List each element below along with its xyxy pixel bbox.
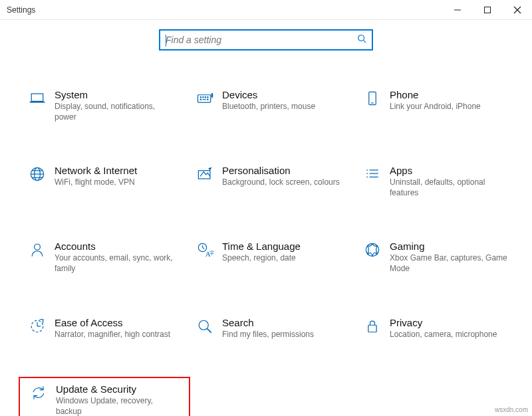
tile-apps[interactable]: AppsUninstall, defaults, optional featur… bbox=[354, 159, 521, 203]
tile-search[interactable]: SearchFind my files, permissions bbox=[186, 312, 354, 346]
minimize-button[interactable] bbox=[442, 0, 472, 20]
tile-desc: Location, camera, microphone bbox=[390, 330, 509, 340]
tile-gaming[interactable]: GamingXbox Game Bar, captures, Game Mode bbox=[354, 235, 521, 279]
tile-desc: Speech, region, date bbox=[222, 253, 342, 264]
svg-rect-16 bbox=[211, 93, 213, 97]
svg-point-11 bbox=[205, 97, 205, 98]
ease-of-access-icon bbox=[28, 317, 47, 340]
tile-title: Accounts bbox=[55, 241, 180, 252]
svg-point-9 bbox=[200, 97, 201, 98]
svg-rect-17 bbox=[212, 97, 213, 98]
window-controls bbox=[442, 0, 532, 20]
keyboard-icon bbox=[196, 89, 214, 122]
tile-system[interactable]: SystemDisplay, sound, notifications, pow… bbox=[19, 84, 186, 128]
tile-title: Update & Security bbox=[56, 383, 182, 395]
svg-point-4 bbox=[358, 35, 364, 41]
tile-title: Time & Language bbox=[222, 241, 347, 252]
tile-title: Devices bbox=[222, 89, 347, 100]
time-language-icon: A字 bbox=[196, 241, 214, 274]
svg-point-42 bbox=[199, 320, 208, 330]
person-icon bbox=[28, 241, 47, 274]
maximize-button[interactable] bbox=[472, 0, 502, 20]
tile-devices[interactable]: DevicesBluetooth, printers, mouse bbox=[186, 84, 354, 128]
svg-text:字: 字 bbox=[209, 251, 214, 255]
tile-network[interactable]: Network & InternetWiFi, flight mode, VPN bbox=[19, 159, 186, 203]
tile-desc: Background, lock screen, colours bbox=[222, 177, 342, 188]
close-icon bbox=[513, 6, 521, 14]
svg-rect-6 bbox=[31, 94, 43, 101]
lock-icon bbox=[363, 317, 382, 340]
search-input[interactable] bbox=[166, 35, 357, 45]
tile-privacy[interactable]: PrivacyLocation, camera, microphone bbox=[354, 312, 521, 346]
tile-update-security[interactable]: Update & SecurityWindows Update, recover… bbox=[19, 377, 190, 416]
maximize-icon bbox=[484, 7, 491, 13]
svg-point-13 bbox=[200, 99, 201, 100]
window-title: Settings bbox=[0, 5, 35, 15]
svg-line-5 bbox=[364, 41, 366, 43]
tile-desc: Narrator, magnifier, high contrast bbox=[55, 330, 174, 340]
tile-personalisation[interactable]: PersonalisationBackground, lock screen, … bbox=[186, 159, 354, 203]
search-icon bbox=[357, 34, 366, 46]
tile-desc: Find my files, permissions bbox=[222, 330, 342, 340]
tile-title: Apps bbox=[390, 165, 515, 176]
watermark: wsxdn.com bbox=[495, 406, 528, 413]
tile-desc: Link your Android, iPhone bbox=[390, 102, 509, 112]
tile-accounts[interactable]: AccountsYour accounts, email, sync, work… bbox=[19, 235, 186, 279]
laptop-icon bbox=[28, 89, 47, 122]
phone-icon bbox=[363, 89, 382, 122]
gaming-icon bbox=[363, 241, 382, 274]
svg-point-10 bbox=[203, 97, 203, 98]
tile-title: System bbox=[55, 89, 180, 100]
title-bar: Settings bbox=[0, 0, 532, 20]
tile-ease-of-access[interactable]: Ease of AccessNarrator, magnifier, high … bbox=[19, 312, 186, 346]
tile-title: Personalisation bbox=[222, 165, 347, 176]
svg-rect-44 bbox=[368, 325, 376, 332]
search-container bbox=[0, 29, 532, 51]
apps-list-icon bbox=[363, 165, 382, 198]
tile-title: Privacy bbox=[390, 317, 515, 328]
svg-rect-8 bbox=[198, 95, 211, 102]
tile-title: Ease of Access bbox=[55, 317, 180, 328]
tile-desc: Uninstall, defaults, optional features bbox=[390, 177, 509, 198]
close-button[interactable] bbox=[502, 0, 532, 20]
svg-point-32 bbox=[35, 245, 41, 251]
svg-line-35 bbox=[203, 248, 205, 249]
tile-desc: Xbox Game Bar, captures, Game Mode bbox=[390, 253, 509, 274]
svg-line-43 bbox=[207, 328, 211, 332]
svg-rect-1 bbox=[484, 7, 490, 13]
svg-rect-25 bbox=[198, 171, 210, 179]
svg-point-14 bbox=[207, 99, 208, 100]
tile-desc: WiFi, flight mode, VPN bbox=[55, 177, 174, 188]
sync-icon bbox=[29, 383, 48, 416]
tile-desc: Display, sound, notifications, power bbox=[55, 102, 174, 122]
minimize-icon bbox=[454, 7, 461, 13]
tile-desc: Bluetooth, printers, mouse bbox=[222, 102, 342, 112]
tile-title: Search bbox=[222, 317, 347, 328]
search-box[interactable] bbox=[159, 29, 373, 51]
svg-point-12 bbox=[207, 97, 208, 98]
globe-icon bbox=[28, 165, 47, 198]
tile-title: Gaming bbox=[390, 241, 515, 252]
svg-point-38 bbox=[366, 244, 378, 257]
magnifier-icon bbox=[196, 317, 214, 340]
tile-desc: Windows Update, recovery, backup bbox=[56, 396, 176, 416]
tile-phone[interactable]: PhoneLink your Android, iPhone bbox=[354, 84, 521, 128]
text-caret bbox=[166, 35, 166, 47]
tile-time-language[interactable]: A字 Time & LanguageSpeech, region, date bbox=[186, 235, 354, 279]
tile-title: Network & Internet bbox=[55, 165, 180, 176]
settings-grid: SystemDisplay, sound, notifications, pow… bbox=[0, 84, 532, 416]
tile-desc: Your accounts, email, sync, work, family bbox=[55, 253, 174, 274]
tile-title: Phone bbox=[390, 89, 515, 100]
paint-icon bbox=[196, 165, 214, 198]
